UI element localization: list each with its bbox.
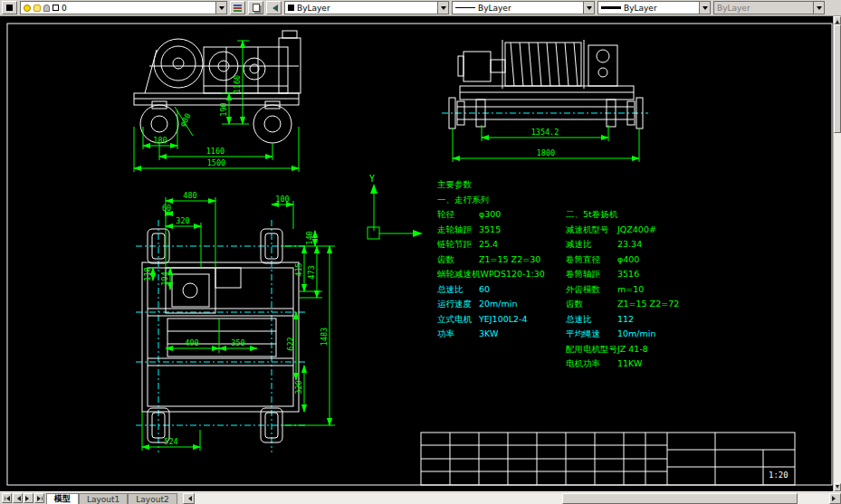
param-label: 卷筒直径 [566,252,617,268]
color-swatch-icon [288,5,294,11]
front-view: 180 1160 1500 190 1160 φ80 [134,31,301,172]
make-object-layer-current-button[interactable] [230,1,245,14]
layer-previous-button[interactable] [266,1,282,14]
params-right-header: 二、5t卷扬机 [566,207,679,223]
params-left-header: 一、走行系列 [437,193,545,208]
layer-on-icon[interactable] [24,5,31,12]
param-label: 轮径 [437,207,479,223]
prev-tab-button[interactable] [13,493,23,503]
param-label: 减速机型号 [566,223,617,238]
param-row: 运行速度20m/min [437,297,545,312]
chevron-down-icon[interactable] [583,2,594,14]
horizontal-scrollbar[interactable] [183,493,841,503]
param-value: 20m/min [479,299,517,309]
param-label: 立式电机 [437,312,479,328]
param-label: 齿数 [566,297,617,312]
first-arrow-icon [5,496,10,501]
param-label: 走轮轴距 [437,223,479,238]
param-value: φ400 [617,254,639,264]
drawing-canvas[interactable]: 180 1160 1500 190 1160 φ80 [0,16,833,491]
lineweight-value: ByLayer [624,4,657,13]
dim-text: 60 [162,204,171,213]
linetype-combo[interactable]: ByLayer [452,1,595,14]
param-label: 蜗轮减速机 [437,267,481,282]
dim-text: 1500 [207,158,225,167]
param-value: 112 [617,314,634,324]
param-label: 外齿模数 [566,282,617,298]
param-label: 平均绳速 [566,327,617,342]
chevron-down-icon[interactable] [215,2,226,14]
dim-text: 480 [183,191,196,200]
horizontal-scroll-track[interactable] [195,493,829,504]
param-label: 卷筒轴距 [566,267,617,282]
param-label: 配用电机型号 [566,342,617,357]
linetype-value: ByLayer [478,4,511,13]
param-row: 配用电机型号JZ 41-8 [566,342,679,357]
dim-text: 180 [153,136,167,145]
param-row: 外齿模数m=10 [566,282,679,298]
param-value: φ300 [479,209,501,219]
dim-text: 415 [294,262,303,276]
param-row: 总速比112 [566,312,679,328]
last-arrow-icon [37,496,43,501]
layer-combo[interactable]: 0 [20,1,227,14]
layer-stack-icon [234,5,242,6]
param-row: 电机功率11KW [566,357,679,372]
dim-text: 622 [286,337,295,350]
param-value: JZ 41-8 [617,344,648,354]
color-combo[interactable]: ByLayer [284,1,449,14]
horizontal-scroll-thumb[interactable] [562,493,797,504]
param-value: JQZ400# [617,224,656,234]
scroll-up-button[interactable] [834,16,841,24]
plan-view: 480 60 320 100 140 118 194 415 [136,191,335,452]
vertical-scroll-thumb[interactable] [834,24,841,133]
param-value: YEJ100L2-4 [479,314,528,324]
param-value: 10m/min [617,328,655,338]
layout-tab-bar: 模型 Layout1 Layout2 [0,491,841,504]
scroll-right-button[interactable] [829,493,841,504]
tab-layout1[interactable]: Layout1 [79,493,128,504]
model-space-canvas[interactable]: 180 1160 1500 190 1160 φ80 [0,16,833,491]
dim-text: 1160 [233,75,242,93]
right-arrow-icon [832,496,838,501]
autocad-window: 0 ByLayer ByLayer ByLayer ByLayer [0,0,841,504]
tab-layout2[interactable]: Layout2 [128,493,177,504]
chevron-down-icon[interactable] [699,2,710,14]
param-value: 3516 [617,269,639,279]
layers-button[interactable] [248,1,263,14]
left-arrow-icon [186,496,192,501]
param-label: 总速比 [437,282,479,298]
dim-text: φ80 [177,111,193,128]
object-properties-toolbar: 0 ByLayer ByLayer ByLayer ByLayer [0,0,841,16]
scroll-down-button[interactable] [834,483,841,491]
param-label: 减速比 [566,237,617,252]
lineweight-combo[interactable]: ByLayer [597,1,711,14]
param-value: 25.4 [479,239,498,249]
tab-model[interactable]: 模型 [46,493,79,504]
scroll-left-button[interactable] [183,493,195,504]
first-tab-button[interactable] [2,493,12,503]
chevron-down-icon[interactable] [813,2,824,14]
param-value: 3515 [479,224,501,234]
title-block: 1:20 [421,433,795,485]
param-row: 减速比23.34 [566,237,679,252]
param-row: 立式电机YEJ100L2-4 [437,312,545,328]
param-value: Z1=15 Z2=30 [479,254,540,264]
layer-freeze-icon[interactable] [33,5,41,12]
layer-lock-icon[interactable] [43,5,50,12]
parameter-column-right: 二、5t卷扬机 减速机型号JQZ400# 减速比23.34 卷筒直径φ400 卷… [566,207,679,372]
dim-text: 473 [307,265,316,279]
dim-text: 194 [160,271,169,285]
param-row: 总速比60 [437,282,545,298]
plotstyle-combo[interactable]: ByLayer [713,1,825,14]
next-tab-button[interactable] [24,493,33,503]
vertical-scrollbar[interactable] [833,16,841,491]
layer-properties-button[interactable] [2,1,17,14]
left-arrow-icon [14,496,21,501]
chevron-down-icon[interactable] [437,2,448,14]
param-label: 电机功率 [566,357,617,372]
last-tab-button[interactable] [34,493,44,503]
layer-name: 0 [62,4,67,13]
param-label: 齿数 [437,252,479,268]
param-value: WPDS120-1:30 [481,269,545,279]
